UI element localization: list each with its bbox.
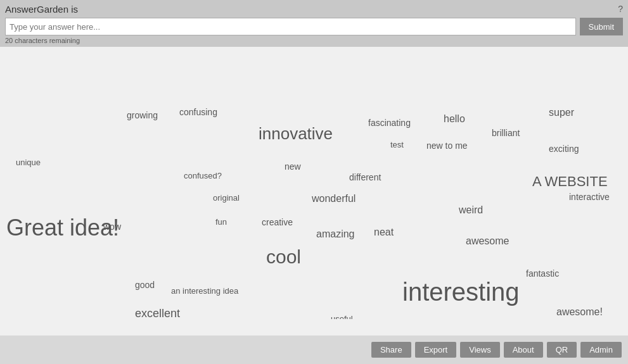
word-item: new to me	[426, 141, 468, 151]
export-button[interactable]: Export	[415, 342, 457, 358]
word-item: original	[213, 193, 240, 203]
word-item: awesome!	[556, 306, 603, 318]
views-button[interactable]: Views	[460, 342, 499, 358]
word-item: unique	[16, 158, 41, 167]
word-item: hello	[444, 113, 465, 125]
word-item: good	[135, 280, 155, 290]
about-button[interactable]: About	[504, 342, 543, 358]
word-item: weird	[459, 204, 483, 216]
submit-button[interactable]: Submit	[580, 18, 623, 35]
word-item: new	[285, 161, 301, 172]
word-item: excellent	[135, 307, 180, 319]
word-item: exciting	[549, 144, 579, 154]
word-item: an interesting idea	[171, 286, 238, 296]
word-item: awesome	[466, 235, 509, 247]
wordcloud: growingconfusinginnovativefascinatinghel…	[0, 47, 628, 319]
chars-remaining-label: 20 characters remaining	[5, 37, 623, 44]
word-item: super	[549, 107, 574, 118]
word-item: useful	[331, 314, 353, 319]
word-item: creative	[262, 217, 293, 227]
word-item: Great idea!	[6, 215, 119, 241]
word-item: interactive	[569, 192, 610, 202]
word-item: interesting	[402, 278, 520, 306]
word-item: confusing	[179, 107, 217, 117]
word-item: fantastic	[526, 268, 559, 279]
word-item: wonderful	[312, 193, 356, 204]
word-item: neat	[374, 227, 394, 238]
admin-button[interactable]: Admin	[580, 342, 622, 358]
word-item: wow	[103, 222, 121, 232]
word-item: growing	[127, 110, 158, 120]
word-item: A WEBSITE	[532, 173, 608, 190]
word-item: confused?	[184, 171, 222, 180]
word-item: different	[349, 172, 381, 182]
word-item: innovative	[259, 124, 333, 144]
word-item: fun	[215, 217, 227, 227]
page-title: AnswerGarden is	[5, 4, 78, 15]
word-item: fascinating	[368, 118, 411, 128]
answer-input[interactable]	[5, 18, 576, 35]
word-item: amazing	[316, 229, 354, 240]
footer: ShareExportViewsAboutQRAdmin	[0, 336, 628, 364]
word-item: cool	[266, 246, 301, 268]
share-button[interactable]: Share	[371, 342, 411, 358]
help-icon[interactable]: ?	[618, 4, 623, 14]
word-item: test	[390, 140, 404, 149]
qr-button[interactable]: QR	[547, 342, 577, 358]
word-item: brilliant	[492, 128, 520, 138]
header: AnswerGarden is ? Submit 20 characters r…	[0, 0, 628, 47]
